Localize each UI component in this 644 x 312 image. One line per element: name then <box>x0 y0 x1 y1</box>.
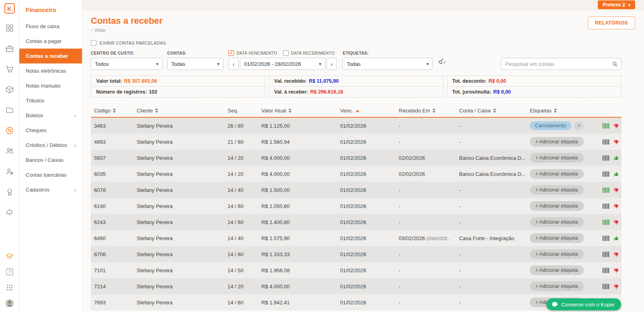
add-tag-button[interactable]: + Adicionar etiqueta <box>530 233 584 243</box>
help-icon[interactable]: ? <box>5 267 14 277</box>
add-tag-button[interactable]: + Adicionar etiqueta <box>530 249 584 259</box>
menu-item-9[interactable]: Bancos / Caixas <box>19 153 82 167</box>
menu-item-7[interactable]: Cheques <box>19 123 82 138</box>
column-header-seq[interactable]: Seq. <box>224 108 258 114</box>
prev-period-button[interactable]: ‹ <box>228 58 239 70</box>
back-link[interactable]: ‹ Voltar <box>91 28 106 33</box>
briefcase-icon[interactable] <box>5 44 14 53</box>
menu-item-4[interactable]: Notas manuais <box>19 78 82 93</box>
thumbs-up-icon[interactable] <box>613 235 619 241</box>
add-tag-button[interactable]: + Adicionar etiqueta <box>530 217 584 227</box>
barcode-icon[interactable] <box>602 123 610 129</box>
users-icon[interactable] <box>5 146 14 156</box>
menu-item-1[interactable]: Contas a pagar <box>19 34 82 49</box>
receipt-date-checkbox[interactable] <box>283 50 289 56</box>
thumbs-down-icon[interactable] <box>613 219 619 225</box>
cell-cliente: Stefany Pereira <box>133 300 224 306</box>
barcode-icon[interactable] <box>602 219 610 225</box>
table-row[interactable]: 6078Stefany Pereira14 / 40R$ 1.500,0001/… <box>91 182 621 198</box>
cell-seq: 14 / 20 <box>224 283 258 290</box>
dashboard-icon[interactable] <box>5 23 14 33</box>
column-header-codigo[interactable]: Código <box>91 108 133 114</box>
thumbs-up-icon[interactable] <box>613 155 619 161</box>
package-icon[interactable] <box>5 85 14 94</box>
column-header-venc[interactable]: Venc. <box>337 108 396 114</box>
table-row[interactable]: 5937Stefany Pereira14 / 20R$ 4.000,0001/… <box>91 150 621 166</box>
table-row[interactable]: 6243Stefany Pereira14 / 60R$ 1.400,8001/… <box>91 214 621 230</box>
thumbs-up-icon[interactable] <box>613 171 619 177</box>
cost-center-select[interactable]: Todos ▾ <box>91 58 162 70</box>
barcode-icon[interactable] <box>602 235 610 241</box>
clear-filters-icon[interactable] <box>437 57 446 68</box>
menu-item-3[interactable]: Notas eletrônicas <box>19 63 82 78</box>
chevron-down-icon: ▾ <box>156 61 158 67</box>
cart-icon[interactable] <box>5 64 14 74</box>
menu-item-8[interactable]: Créditos / Débitos› <box>19 138 82 153</box>
app-logo[interactable]: K <box>4 3 15 14</box>
next-period-button[interactable]: › <box>326 58 337 70</box>
menu-item-11[interactable]: Cadastros› <box>19 182 82 197</box>
thumbs-down-icon[interactable] <box>613 187 619 193</box>
column-header-etiquetas[interactable]: Etiquetas <box>527 108 595 114</box>
tag-chip[interactable]: Cancelamento <box>530 121 571 130</box>
add-tag-button[interactable]: + Adicionar etiqueta <box>530 185 584 195</box>
table-row[interactable]: 4893Stefany Pereira21 / 60R$ 1.560,9401/… <box>91 134 621 150</box>
column-header-conta[interactable]: Conta / Caixa <box>456 108 527 114</box>
add-tag-button[interactable]: + Adicionar etiqueta <box>530 201 584 211</box>
add-tag-button[interactable]: + Adicionar etiqueta <box>530 281 584 291</box>
menu-item-6[interactable]: Boletos› <box>19 108 82 123</box>
folder-icon[interactable] <box>5 105 14 115</box>
add-tag-button[interactable]: + Adicionar etiqueta <box>530 137 584 147</box>
thumbs-down-icon[interactable] <box>613 123 619 129</box>
column-header-valor[interactable]: Valor Atual <box>258 108 337 114</box>
add-tag-button[interactable]: + Adicionar etiqueta <box>530 169 584 179</box>
table-row[interactable]: 6140Stefany Pereira14 / 60R$ 1.050,6001/… <box>91 198 621 214</box>
menu-item-10[interactable]: Contas bancárias <box>19 167 82 182</box>
barcode-icon[interactable] <box>602 171 610 177</box>
account-badge[interactable]: Pretexx 2 ▾ <box>598 0 635 9</box>
table-row[interactable]: 6706Stefany Pereira14 / 60R$ 1.333,3301/… <box>91 246 621 262</box>
add-tag-button[interactable]: + <box>574 122 584 130</box>
thumbs-down-icon[interactable] <box>613 267 619 273</box>
menu-item-0[interactable]: Fluxo de caixa <box>19 19 82 34</box>
add-tag-button[interactable]: + Adicionar etiqueta <box>530 153 584 163</box>
user-gear-icon[interactable] <box>5 167 14 176</box>
due-date-checkbox[interactable]: ✓ <box>228 50 234 56</box>
accounts-select[interactable]: Todas ▾ <box>167 58 224 70</box>
barcode-icon[interactable] <box>602 283 610 290</box>
date-range-select[interactable]: 01/02/2026 - 28/02/2026 ▾ <box>240 58 325 70</box>
menu-item-5[interactable]: Tributos <box>19 93 82 108</box>
apps-grid-icon[interactable] <box>5 283 14 292</box>
chat-button[interactable]: Converse com o Koper <box>546 298 621 310</box>
award-icon[interactable] <box>5 187 14 197</box>
table-row[interactable]: 3463Stefany Pereira26 / 80R$ 1.125,0001/… <box>91 118 621 134</box>
add-tag-button[interactable]: + Adicionar etiqueta <box>530 265 584 275</box>
search-input[interactable] <box>505 61 612 67</box>
search-icon[interactable] <box>612 61 618 67</box>
cloud-upload-icon[interactable] <box>5 208 14 217</box>
table-row[interactable]: 6035Stefany Pereira14 / 20R$ 4.000,0001/… <box>91 166 621 182</box>
barcode-icon[interactable] <box>602 155 610 161</box>
show-installments-checkbox[interactable] <box>91 40 96 46</box>
menu-item-2[interactable]: Contas a receber <box>19 49 82 63</box>
support-icon[interactable] <box>5 251 14 261</box>
barcode-icon[interactable] <box>602 139 610 145</box>
barcode-icon[interactable] <box>602 203 610 209</box>
barcode-icon[interactable] <box>602 251 610 257</box>
thumbs-down-icon[interactable] <box>613 139 619 145</box>
table-row[interactable]: 7101Stefany Pereira14 / 50R$ 1.956,0801/… <box>91 262 621 278</box>
column-header-recebido[interactable]: Recebido Em <box>396 108 456 114</box>
reports-button[interactable]: RELATÓRIOS <box>588 16 635 29</box>
table-row[interactable]: 7214Stefany Pereira14 / 20R$ 4.000,0001/… <box>91 278 621 294</box>
table-row[interactable]: 7693Stefany Pereira14 / 60R$ 1.942,4101/… <box>91 294 621 310</box>
thumbs-down-icon[interactable] <box>613 283 619 290</box>
tags-select[interactable]: Todas ▾ <box>343 58 433 70</box>
thumbs-down-icon[interactable] <box>613 203 619 209</box>
percent-icon[interactable] <box>5 126 14 135</box>
thumbs-down-icon[interactable] <box>613 251 619 257</box>
table-row[interactable]: 6490Stefany Pereira14 / 40R$ 1.575,9001/… <box>91 230 621 246</box>
column-header-cliente[interactable]: Cliente <box>133 108 224 114</box>
user-avatar[interactable] <box>5 298 14 308</box>
barcode-icon[interactable] <box>602 267 610 273</box>
barcode-icon[interactable] <box>602 187 610 193</box>
